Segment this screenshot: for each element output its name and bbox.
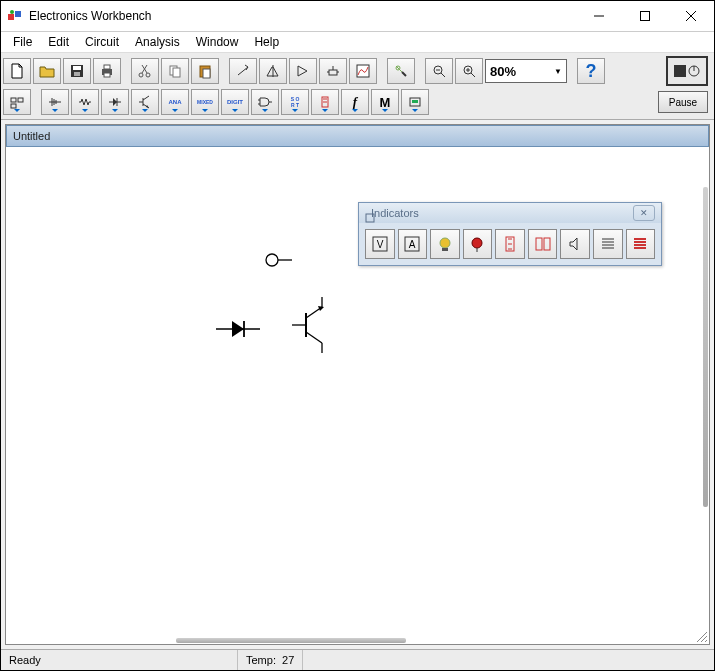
basic-bin[interactable] (71, 89, 99, 115)
probe-red-button[interactable] (463, 229, 493, 259)
logic-gates-bin[interactable] (251, 89, 279, 115)
svg-line-65 (306, 332, 322, 343)
zoom-select[interactable]: 80% (485, 59, 567, 83)
svg-rect-37 (18, 98, 23, 102)
toolbars: 80% ? ANA MIXED DIGIT S O R T f M Pause (1, 53, 714, 120)
svg-rect-9 (74, 72, 80, 76)
favorites-bin[interactable] (3, 89, 31, 115)
analog-ics-bin[interactable]: ANA (161, 89, 189, 115)
sources-bin[interactable] (41, 89, 69, 115)
statusbar: Ready Temp: 27 (1, 649, 714, 670)
svg-rect-20 (329, 70, 337, 75)
ammeter-button[interactable]: A (398, 229, 428, 259)
svg-point-74 (472, 238, 482, 248)
indicators-palette-header[interactable]: Indicators ✕ (359, 203, 661, 223)
menu-help[interactable]: Help (246, 33, 287, 51)
schematic-canvas[interactable]: Indicators ✕ V A (6, 147, 709, 644)
svg-rect-0 (8, 14, 14, 20)
svg-point-57 (266, 254, 278, 266)
save-button[interactable] (63, 58, 91, 84)
pause-button[interactable]: Pause (658, 91, 708, 113)
svg-rect-89 (634, 247, 646, 249)
buzzer-button[interactable] (560, 229, 590, 259)
svg-rect-86 (634, 238, 646, 240)
indicators-palette[interactable]: Indicators ✕ V A (358, 202, 662, 266)
status-ready: Ready (1, 650, 238, 670)
svg-rect-38 (11, 104, 16, 108)
digital-bin[interactable]: S O R T (281, 89, 309, 115)
app-icon (7, 8, 23, 24)
maximize-button[interactable] (622, 1, 668, 31)
copy-button[interactable] (161, 58, 189, 84)
seven-seg-button[interactable] (495, 229, 525, 259)
cut-button[interactable] (131, 58, 159, 84)
resize-grip-icon[interactable] (697, 632, 707, 642)
zoom-out-button[interactable] (425, 58, 453, 84)
svg-rect-88 (634, 244, 646, 246)
menu-circuit[interactable]: Circuit (77, 33, 127, 51)
misc-bin[interactable]: M (371, 89, 399, 115)
seven-seg-double-button[interactable] (528, 229, 558, 259)
svg-rect-18 (203, 69, 210, 78)
instruments-bin[interactable] (401, 89, 429, 115)
menu-window[interactable]: Window (188, 33, 247, 51)
svg-rect-4 (641, 12, 650, 21)
component-props-button[interactable] (387, 58, 415, 84)
svg-line-92 (705, 640, 707, 642)
svg-rect-87 (634, 241, 646, 243)
minimize-button[interactable] (576, 1, 622, 31)
paste-button[interactable] (191, 58, 219, 84)
voltmeter-button[interactable]: V (365, 229, 395, 259)
bargraph-filled-button[interactable] (626, 229, 656, 259)
mixed-ics-bin[interactable]: MIXED (191, 89, 219, 115)
controls-bin[interactable]: f (341, 89, 369, 115)
close-button[interactable] (668, 1, 714, 31)
svg-rect-16 (173, 68, 180, 77)
workarea: Untitled (5, 124, 710, 645)
svg-point-72 (440, 238, 450, 248)
transistors-bin[interactable] (131, 89, 159, 115)
indicators-palette-body: V A (359, 223, 661, 265)
indicators-bin[interactable] (311, 89, 339, 115)
subcircuit-button[interactable] (319, 58, 347, 84)
svg-rect-8 (73, 66, 81, 70)
flip-v-button[interactable] (289, 58, 317, 84)
component-connector[interactable] (264, 252, 296, 268)
svg-rect-67 (366, 214, 374, 222)
svg-line-30 (471, 73, 475, 77)
svg-text:A: A (409, 239, 416, 250)
probe-yellow-button[interactable] (430, 229, 460, 259)
svg-rect-11 (104, 65, 110, 69)
svg-point-14 (146, 73, 150, 77)
help-button[interactable]: ? (577, 58, 605, 84)
svg-line-47 (143, 96, 149, 100)
menu-edit[interactable]: Edit (40, 33, 77, 51)
svg-text:V: V (376, 239, 383, 250)
diodes-bin[interactable] (101, 89, 129, 115)
horizontal-scrollbar[interactable] (176, 638, 406, 643)
menu-analysis[interactable]: Analysis (127, 33, 188, 51)
rotate-button[interactable] (229, 58, 257, 84)
open-button[interactable] (33, 58, 61, 84)
indicators-palette-title: Indicators (371, 207, 419, 219)
svg-rect-36 (11, 98, 16, 102)
app-window: Electronics Workbench File Edit Circuit … (0, 0, 715, 671)
svg-rect-12 (104, 73, 110, 77)
vertical-scrollbar[interactable] (703, 187, 708, 507)
document-titlebar[interactable]: Untitled (6, 125, 709, 147)
digital-ics-bin[interactable]: DIGIT (221, 89, 249, 115)
svg-rect-56 (412, 100, 418, 103)
power-switch[interactable] (666, 56, 708, 86)
component-diode[interactable] (216, 317, 260, 341)
flip-h-button[interactable] (259, 58, 287, 84)
graph-button[interactable] (349, 58, 377, 84)
bargraph-button[interactable] (593, 229, 623, 259)
indicators-palette-close[interactable]: ✕ (633, 205, 655, 221)
menu-file[interactable]: File (5, 33, 40, 51)
component-transistor[interactable] (292, 297, 334, 353)
menubar: File Edit Circuit Analysis Window Help (1, 32, 714, 53)
zoom-in-button[interactable] (455, 58, 483, 84)
toolbar-standard: 80% ? (3, 55, 712, 87)
print-button[interactable] (93, 58, 121, 84)
new-button[interactable] (3, 58, 31, 84)
